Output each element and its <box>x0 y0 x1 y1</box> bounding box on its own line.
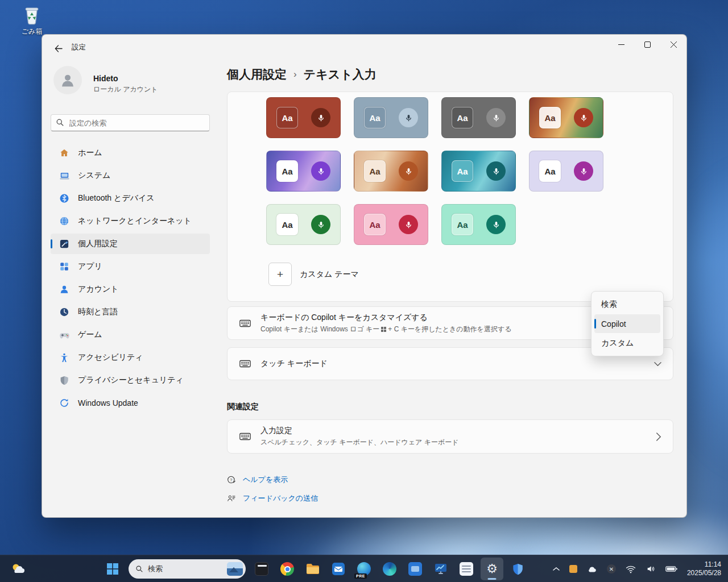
sidebar-item-label: ホーム <box>78 148 102 158</box>
settings-search-input[interactable] <box>51 114 210 131</box>
bluetooth-icon <box>59 193 70 204</box>
copilot-key-subtitle-prefix: Copilot キーまたは Windows ロゴ キー <box>260 325 379 333</box>
sidebar-item-apps[interactable]: アプリ <box>51 256 210 277</box>
theme-aa-sample: Aa <box>452 214 473 235</box>
theme-tile-6[interactable]: Aa <box>354 151 428 192</box>
show-hidden-icons-button[interactable] <box>551 564 562 573</box>
page-title: テキスト入力 <box>304 66 377 82</box>
app-button-snip[interactable] <box>250 558 273 580</box>
file-explorer-button[interactable] <box>301 558 324 580</box>
monitor-icon <box>408 562 422 576</box>
sidebar-item-system[interactable]: システム <box>51 165 210 186</box>
add-custom-theme-button[interactable]: + <box>268 263 292 286</box>
sidebar-item-home[interactable]: ホーム <box>51 143 210 163</box>
sidebar-item-network-internet[interactable]: ネットワークとインターネット <box>51 211 210 231</box>
sidebar-item-privacy-security[interactable]: プライバシーとセキュリティ <box>51 370 210 390</box>
sidebar-item-accessibility[interactable]: アクセシビリティ <box>51 347 210 368</box>
feedback-link[interactable]: フィードバックの送信 <box>227 493 318 504</box>
theme-tile-1[interactable]: Aa <box>266 97 341 138</box>
active-app-indicator <box>488 578 497 580</box>
theme-tile-8[interactable]: Aa <box>529 151 603 192</box>
battery-button[interactable] <box>663 563 680 575</box>
sidebar-item-label: ゲーム <box>78 330 102 340</box>
widgets-button[interactable] <box>6 559 31 579</box>
help-link-label: ヘルプを表示 <box>243 475 288 485</box>
clock-time: 11:14 <box>687 560 721 569</box>
security-button[interactable] <box>506 558 529 580</box>
game-controller-icon <box>59 329 70 340</box>
app-button-notes[interactable] <box>455 558 478 580</box>
search-highlight-thumbnail[interactable] <box>227 562 243 576</box>
microphone-icon <box>399 108 418 127</box>
taskbar-clock[interactable]: 11:14 2025/05/28 <box>685 560 726 577</box>
app-button-analytics[interactable] <box>429 558 452 580</box>
settings-button[interactable]: ⚙ <box>481 558 503 580</box>
microphone-icon <box>574 108 593 127</box>
theme-gallery-card: Aa Aa Aa Aa Aa <box>227 92 673 302</box>
dropdown-item-search[interactable]: 検索 <box>594 295 660 314</box>
theme-tile-3[interactable]: Aa <box>441 97 516 138</box>
network-button[interactable] <box>623 563 638 576</box>
theme-tile-11[interactable]: Aa <box>441 204 516 245</box>
taskbar-search[interactable]: 検索 <box>129 559 246 579</box>
theme-tile-2[interactable]: Aa <box>354 97 428 138</box>
app-preview-button[interactable]: PRE <box>353 558 375 580</box>
recycle-bin-icon <box>22 5 42 25</box>
sidebar-item-time-language[interactable]: 時刻と言語 <box>51 302 210 322</box>
tray-onedrive-button[interactable] <box>585 563 599 575</box>
chart-monitor-icon <box>434 562 448 576</box>
sidebar-nav: ホーム システム Bluetooth とデバイス ネットワークとインターネット … <box>51 143 210 415</box>
breadcrumb-parent[interactable]: 個人用設定 <box>227 66 287 82</box>
close-button[interactable] <box>660 35 686 54</box>
minimize-button[interactable] <box>608 35 634 54</box>
theme-aa-sample: Aa <box>276 214 298 235</box>
theme-tile-4[interactable]: Aa <box>529 97 603 138</box>
volume-button[interactable] <box>643 562 658 576</box>
app-button-display[interactable] <box>404 558 427 580</box>
tray-status-button[interactable]: ✕ <box>605 562 618 576</box>
copilot-key-dropdown-menu: 検索 Copilot カスタム <box>591 291 664 356</box>
chevron-down-icon[interactable] <box>654 360 661 368</box>
maximize-button[interactable] <box>634 35 660 54</box>
theme-tile-7[interactable]: Aa <box>441 151 516 192</box>
recycle-bin[interactable]: ごみ箱 <box>15 5 49 36</box>
feedback-icon <box>227 494 236 503</box>
mail-button[interactable] <box>327 558 350 580</box>
user-account-type: ローカル アカウント <box>93 85 158 94</box>
tray-app-icon-orange[interactable] <box>567 563 580 575</box>
back-button[interactable] <box>49 40 67 56</box>
edge-button[interactable] <box>378 558 401 580</box>
person-icon <box>59 72 76 89</box>
start-button[interactable] <box>101 558 124 580</box>
sidebar-item-label: アクセシビリティ <box>78 352 143 363</box>
keyboard-icon <box>239 317 251 330</box>
speaker-icon <box>646 564 656 573</box>
svg-text:?: ? <box>230 477 232 483</box>
weather-icon <box>10 562 26 576</box>
theme-tile-5[interactable]: Aa <box>266 151 341 192</box>
sidebar-item-personalization[interactable]: 個人用設定 <box>51 234 210 254</box>
pre-badge: PRE <box>354 573 367 579</box>
dropdown-item-custom[interactable]: カスタム <box>594 334 660 352</box>
breadcrumb: 個人用設定 › テキスト入力 <box>227 66 377 82</box>
sidebar-item-accounts[interactable]: アカウント <box>51 279 210 300</box>
help-link[interactable]: ? ヘルプを表示 <box>227 475 288 485</box>
sidebar-item-windows-update[interactable]: Windows Update <box>51 393 210 413</box>
microphone-icon <box>311 215 330 234</box>
sidebar-item-label: アプリ <box>78 261 102 272</box>
theme-tile-10[interactable]: Aa <box>354 204 428 245</box>
theme-aa-sample: Aa <box>276 107 298 128</box>
shield-icon <box>59 375 70 386</box>
clock-date: 2025/05/28 <box>687 569 721 577</box>
chrome-button[interactable] <box>276 558 299 580</box>
accounts-icon <box>59 284 70 295</box>
sidebar-item-bluetooth-devices[interactable]: Bluetooth とデバイス <box>51 188 210 209</box>
notes-icon <box>460 562 473 576</box>
input-settings-card[interactable]: 入力設定 スペルチェック、タッチ キーボード、ハードウェア キーボード <box>227 419 673 454</box>
sidebar-item-gaming[interactable]: ゲーム <box>51 325 210 345</box>
battery-icon <box>665 566 677 572</box>
theme-aa-sample: Aa <box>276 160 298 182</box>
user-avatar[interactable] <box>53 66 82 94</box>
dropdown-item-copilot[interactable]: Copilot <box>594 314 660 333</box>
theme-tile-9[interactable]: Aa <box>266 204 341 245</box>
